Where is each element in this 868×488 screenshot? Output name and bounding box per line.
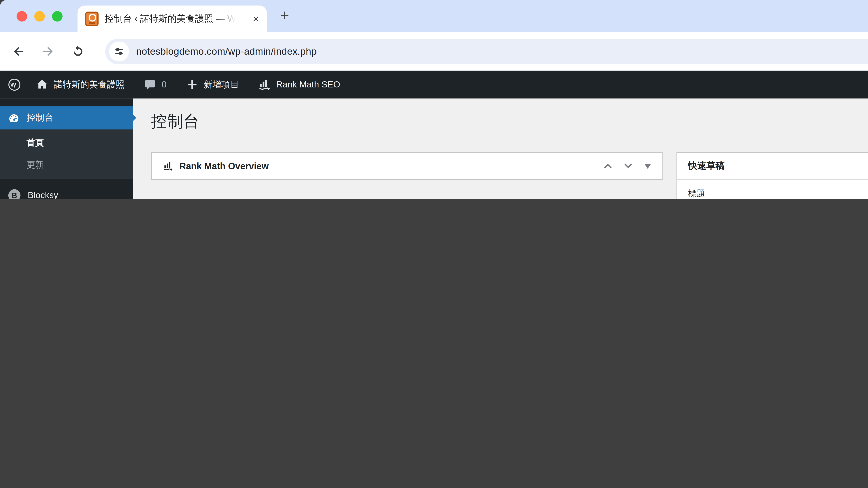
close-window-button[interactable] [17,11,27,22]
site-favicon-icon [85,11,98,26]
collapse-toggle-icon[interactable] [645,164,651,168]
browser-tab[interactable]: 控制台 ‹ 諾特斯的美食護照 — W × [78,5,267,32]
panel-quick-draft: 快速草稿 標題 內容 儲存草稿 [677,152,868,199]
browser-toolbar: notesblogdemo.com/wp-admin/index.php [0,32,868,71]
plus-icon[interactable] [185,78,199,91]
sidebar-item-label: 控制台 [27,112,53,124]
dashboard-icon [8,112,20,123]
adminbar-new-item[interactable]: 新增項目 [204,79,239,90]
wp-body: 控制台 首頁 更新 B Blocksy 文章 [0,98,868,199]
zoom-window-button[interactable] [52,11,63,22]
title-field-label: 標題 [688,188,705,199]
adminbar-rankmath[interactable]: Rank Math SEO [276,80,340,90]
tab-close-icon[interactable]: × [253,13,259,24]
sidebar-subitem-updates[interactable]: 更新 [0,155,133,175]
panel-title: 快速草稿 [688,160,725,172]
rank-math-icon[interactable] [258,78,271,91]
sidebar-item-blocksy[interactable]: B Blocksy [0,183,133,199]
blocksy-icon: B [8,189,21,199]
panel-rankmath-overview: Rank Math Overview [151,152,663,180]
sidebar-item-label: Blocksy [28,190,58,199]
dashboard-content: 控制台 Rank Math Overview [133,98,868,199]
url-text: notesblogdemo.com/wp-admin/index.php [136,46,317,57]
minimize-window-button[interactable] [34,11,45,22]
sidebar-subitem-home[interactable]: 首頁 [0,133,133,153]
page-title: 控制台 [151,111,199,133]
adminbar-comment-count[interactable]: 0 [162,80,166,90]
dashboard-submenu: 首頁 更新 [0,129,133,179]
home-icon[interactable] [35,78,49,91]
tab-title: 控制台 ‹ 諾特斯的美食護照 — W [105,13,236,25]
move-up-icon[interactable] [603,163,612,169]
reload-icon[interactable] [71,44,85,59]
forward-icon[interactable] [41,44,55,59]
back-icon[interactable] [11,44,26,59]
rank-math-icon [163,160,174,171]
url-bar[interactable]: notesblogdemo.com/wp-admin/index.php [105,39,868,64]
panel-title: Rank Math Overview [179,161,269,171]
window-controls [17,11,62,22]
wordpress-logo-icon[interactable] [8,78,21,91]
browser-tab-strip: 控制台 ‹ 諾特斯的美食護照 — W × + [0,0,868,32]
move-down-icon[interactable] [624,163,633,169]
wp-admin-bar: 諾特斯的美食護照 0 新增項目 Rank Math SEO [0,71,868,98]
screenshot-stage: 控制台 ‹ 諾特斯的美食護照 — W × + notesblogd [0,0,868,199]
new-tab-button[interactable]: + [280,6,289,24]
comments-icon[interactable] [143,78,157,91]
admin-sidebar: 控制台 首頁 更新 B Blocksy 文章 [0,98,133,199]
adminbar-site-name[interactable]: 諾特斯的美食護照 [54,79,125,90]
site-settings-chip[interactable] [109,41,129,61]
sidebar-item-dashboard[interactable]: 控制台 [0,106,133,129]
